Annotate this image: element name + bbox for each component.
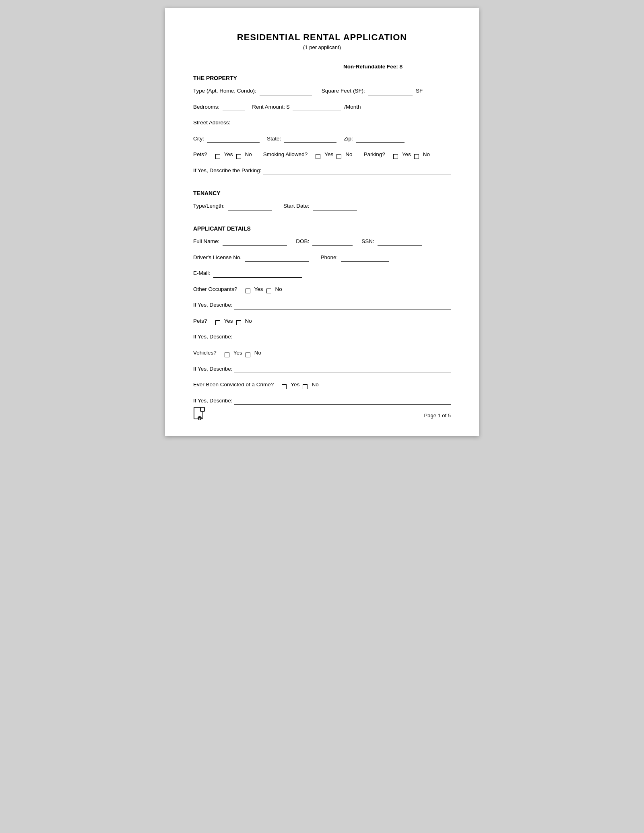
convicted-describe-row: If Yes, Describe: bbox=[193, 396, 451, 405]
type-sqft-row: Type (Apt, Home, Condo): Square Feet (SF… bbox=[193, 87, 451, 95]
smoking-yes-checkbox[interactable] bbox=[316, 154, 320, 159]
type-length-field[interactable] bbox=[228, 204, 272, 210]
phone-field[interactable] bbox=[341, 255, 389, 262]
drivers-license-label: Driver's License No. bbox=[193, 253, 242, 262]
convicted-describe-field[interactable] bbox=[234, 398, 451, 405]
pets-describe-field[interactable] bbox=[234, 335, 451, 341]
convicted-yes-checkbox[interactable] bbox=[282, 384, 287, 389]
dob-field[interactable] bbox=[312, 239, 353, 246]
document-icon: e bbox=[193, 407, 206, 424]
street-row: Street Address: bbox=[193, 118, 451, 127]
city-label: City: bbox=[193, 134, 204, 143]
occupants-no-label: No bbox=[275, 285, 282, 294]
zip-label: Zip: bbox=[344, 134, 353, 143]
rent-field[interactable] bbox=[293, 105, 341, 111]
license-phone-row: Driver's License No. Phone: bbox=[193, 253, 451, 262]
applicant-pets-no-checkbox[interactable] bbox=[236, 320, 241, 325]
other-occupants-label: Other Occupants? bbox=[193, 285, 237, 294]
svg-rect-1 bbox=[200, 407, 204, 411]
convicted-row: Ever Been Convicted of a Crime? Yes No bbox=[193, 380, 451, 389]
start-date-label: Start Date: bbox=[283, 202, 310, 210]
parking-label: Parking? bbox=[363, 150, 385, 159]
parking-no-label: No bbox=[423, 150, 430, 159]
property-heading: THE PROPERTY bbox=[193, 74, 451, 82]
rent-suffix: /Month bbox=[344, 103, 361, 111]
tenancy-heading: TENANCY bbox=[193, 189, 451, 198]
bedrooms-rent-row: Bedrooms: Rent Amount: $ /Month bbox=[193, 103, 451, 111]
vehicles-describe-field[interactable] bbox=[234, 367, 451, 373]
name-dob-ssn-row: Full Name: DOB: SSN: bbox=[193, 237, 451, 246]
vehicles-yes-label: Yes bbox=[233, 348, 242, 357]
dob-label: DOB: bbox=[296, 237, 309, 246]
applicant-pets-label: Pets? bbox=[193, 317, 207, 326]
convicted-no-label: No bbox=[312, 380, 318, 389]
pets-no-checkbox[interactable] bbox=[236, 154, 241, 159]
vehicles-row: Vehicles? Yes No bbox=[193, 348, 451, 357]
non-refundable-label: Non-Refundable Fee: $ bbox=[343, 64, 402, 70]
page-number: Page 1 of 5 bbox=[424, 412, 451, 419]
smoking-yes-label: Yes bbox=[324, 150, 333, 159]
type-length-label: Type/Length: bbox=[193, 202, 225, 210]
street-field[interactable] bbox=[232, 121, 451, 127]
type-field[interactable] bbox=[260, 89, 312, 95]
parking-describe-field[interactable] bbox=[263, 169, 451, 175]
smoking-label: Smoking Allowed? bbox=[263, 150, 308, 159]
occupants-yes-checkbox[interactable] bbox=[246, 289, 250, 293]
pets-yes-label: Yes bbox=[224, 150, 233, 159]
page-subtitle: (1 per applicant) bbox=[193, 44, 451, 50]
occupants-yes-label: Yes bbox=[254, 285, 263, 294]
occupants-describe-field[interactable] bbox=[234, 303, 451, 309]
vehicles-describe-label: If Yes, Describe: bbox=[193, 365, 233, 373]
full-name-label: Full Name: bbox=[193, 237, 219, 246]
city-state-zip-row: City: State: Zip: bbox=[193, 134, 451, 143]
occupants-no-checkbox[interactable] bbox=[266, 289, 271, 293]
parking-yes-label: Yes bbox=[402, 150, 411, 159]
vehicles-label: Vehicles? bbox=[193, 348, 217, 357]
city-field[interactable] bbox=[207, 136, 260, 143]
full-name-field[interactable] bbox=[223, 239, 287, 246]
state-field[interactable] bbox=[284, 136, 336, 143]
vehicles-no-checkbox[interactable] bbox=[246, 353, 250, 357]
parking-no-checkbox[interactable] bbox=[414, 154, 419, 159]
parking-describe-row: If Yes, Describe the Parking: bbox=[193, 166, 451, 175]
parking-describe-label: If Yes, Describe the Parking: bbox=[193, 166, 262, 175]
email-field[interactable] bbox=[213, 271, 302, 278]
vehicles-yes-checkbox[interactable] bbox=[225, 353, 229, 357]
smoking-no-checkbox[interactable] bbox=[336, 154, 341, 159]
non-refundable-field[interactable] bbox=[402, 65, 451, 71]
parking-yes-checkbox[interactable] bbox=[393, 154, 398, 159]
sqft-label: Square Feet (SF): bbox=[322, 87, 365, 95]
document-page: RESIDENTIAL RENTAL APPLICATION (1 per ap… bbox=[165, 8, 479, 436]
form-body: Non-Refundable Fee: $ THE PROPERTY Type … bbox=[193, 62, 451, 405]
zip-field[interactable] bbox=[356, 136, 405, 143]
occupants-describe-label: If Yes, Describe: bbox=[193, 301, 233, 309]
pets-describe-row: If Yes, Describe: bbox=[193, 332, 451, 341]
email-label: E-Mail: bbox=[193, 269, 210, 278]
rent-label: Rent Amount: $ bbox=[252, 103, 289, 111]
convicted-label: Ever Been Convicted of a Crime? bbox=[193, 380, 274, 389]
vehicles-no-label: No bbox=[254, 348, 261, 357]
convicted-yes-label: Yes bbox=[291, 380, 299, 389]
start-date-field[interactable] bbox=[313, 204, 357, 210]
svg-text:e: e bbox=[199, 417, 200, 420]
pets-yes-checkbox[interactable] bbox=[215, 154, 220, 159]
page-title: RESIDENTIAL RENTAL APPLICATION bbox=[193, 32, 451, 43]
vehicles-describe-row: If Yes, Describe: bbox=[193, 365, 451, 373]
drivers-license-field[interactable] bbox=[245, 255, 309, 262]
type-label: Type (Apt, Home, Condo): bbox=[193, 87, 256, 95]
applicant-pets-yes-checkbox[interactable] bbox=[215, 320, 220, 325]
tenancy-row: Type/Length: Start Date: bbox=[193, 202, 451, 210]
state-label: State: bbox=[267, 134, 281, 143]
bedrooms-label: Bedrooms: bbox=[193, 103, 219, 111]
applicant-heading: APPLICANT DETAILS bbox=[193, 224, 451, 233]
ssn-field[interactable] bbox=[378, 239, 422, 246]
applicant-pets-row: Pets? Yes No bbox=[193, 317, 451, 326]
sqft-field[interactable] bbox=[368, 89, 413, 95]
email-row: E-Mail: bbox=[193, 269, 451, 278]
applicant-pets-no-label: No bbox=[245, 317, 252, 326]
convicted-no-checkbox[interactable] bbox=[303, 384, 308, 389]
applicant-pets-yes-label: Yes bbox=[224, 317, 233, 326]
sqft-suffix: SF bbox=[416, 87, 423, 95]
page-footer: e Page 1 of 5 bbox=[193, 407, 451, 424]
bedrooms-field[interactable] bbox=[223, 105, 245, 111]
